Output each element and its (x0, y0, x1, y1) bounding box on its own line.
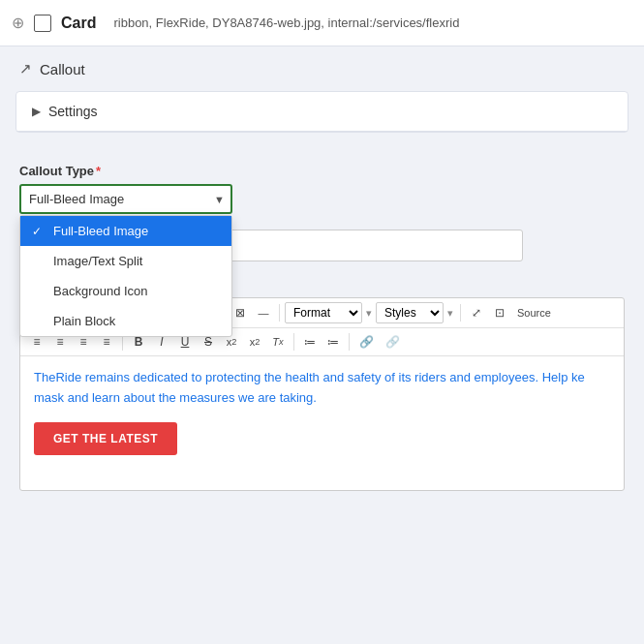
dropdown-option-image-text[interactable]: Image/Text Split (20, 246, 231, 276)
callout-type-dropdown[interactable]: ✓ Full-Bleed Image Image/Text Split Back… (19, 215, 232, 337)
toolbar-sep3 (279, 304, 280, 322)
toolbar-sep7 (349, 333, 350, 351)
check-icon: ✓ (32, 225, 46, 238)
callout-type-select[interactable]: Full-Bleed Image (19, 184, 232, 214)
settings-panel: ▶ Settings (15, 91, 629, 133)
external-link-icon: ↗ (19, 60, 32, 77)
callout-type-select-wrapper[interactable]: Full-Bleed Image ▼ ✓ Full-Bleed Image Im… (19, 184, 232, 214)
unordered-list-button[interactable]: ≔ (299, 332, 321, 352)
table-button[interactable]: ⊠ (230, 303, 251, 322)
format-select[interactable]: Format (285, 302, 362, 323)
move-icon[interactable]: ⊕ (12, 14, 24, 32)
cta-button[interactable]: GET THE LATEST (34, 422, 177, 455)
callout-title: Callout (40, 61, 85, 77)
ordered-list-button[interactable]: ≔ (322, 332, 344, 352)
styles-chevron: ▾ (447, 307, 453, 320)
chevron-right-icon: ▶ (32, 105, 41, 118)
toolbar-sep6 (293, 333, 294, 351)
editor-text: TheRide remains dedicated to protecting … (34, 368, 610, 409)
dropdown-option-plain-block[interactable]: Plain Block (20, 306, 231, 336)
maximize-button[interactable]: ⤢ (466, 303, 487, 322)
styles-select[interactable]: Styles (376, 302, 444, 323)
settings-title: Settings (48, 104, 98, 119)
required-marker: * (96, 164, 101, 178)
dropdown-option-background-icon[interactable]: Background Icon (20, 276, 231, 306)
hr-button[interactable]: — (253, 304, 274, 322)
page-title: Card (61, 15, 96, 32)
form-area: Callout Type* Full-Bleed Image ▼ ✓ Full-… (0, 148, 644, 277)
format-chevron: ▾ (366, 307, 372, 320)
subscript-button[interactable]: x2 (244, 333, 265, 351)
callout-type-label: Callout Type* (19, 164, 625, 178)
remove-format-button[interactable]: Tx (267, 333, 289, 351)
unlink-button[interactable]: 🔗 (381, 332, 405, 352)
dropdown-option-full-bleed[interactable]: ✓ Full-Bleed Image (20, 216, 231, 246)
settings-header[interactable]: ▶ Settings (16, 92, 628, 132)
toolbar-sep4 (460, 304, 461, 322)
top-bar: ⊕ Card ribbon, FlexRide, DY8A8746-web.jp… (0, 0, 644, 46)
blocks-button[interactable]: ⊡ (489, 303, 510, 322)
card-icon (34, 15, 51, 32)
callout-header: ↗ Callout (0, 46, 644, 91)
source-button[interactable]: Source (512, 304, 556, 322)
editor-content[interactable]: TheRide remains dedicated to protecting … (20, 356, 624, 473)
breadcrumb: ribbon, FlexRide, DY8A8746-web.jpg, inte… (113, 15, 459, 30)
link-button[interactable]: 🔗 (354, 332, 379, 352)
